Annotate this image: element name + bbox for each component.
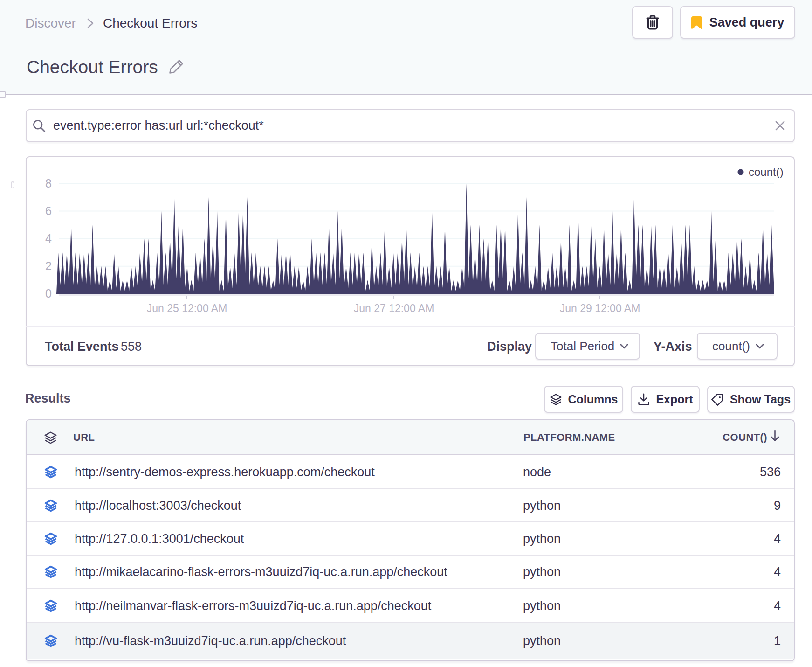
svg-text:count(): count() xyxy=(749,166,784,178)
svg-text:6: 6 xyxy=(45,204,52,217)
svg-text:Jun 25 12:00 AM: Jun 25 12:00 AM xyxy=(147,302,227,314)
svg-text:Jun 27 12:00 AM: Jun 27 12:00 AM xyxy=(354,302,434,314)
svg-text:2: 2 xyxy=(45,259,52,272)
svg-text:Jun 29 12:00 AM: Jun 29 12:00 AM xyxy=(560,302,640,314)
svg-text:8: 8 xyxy=(45,177,52,190)
svg-text:0: 0 xyxy=(45,287,52,300)
svg-text:4: 4 xyxy=(45,232,52,245)
